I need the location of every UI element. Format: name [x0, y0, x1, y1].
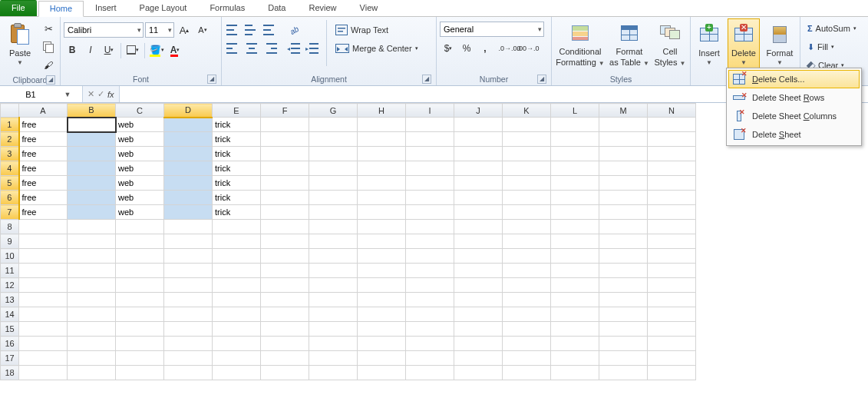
- cell-F13[interactable]: [261, 293, 309, 307]
- cell-B8[interactable]: [68, 220, 116, 234]
- cell-H1[interactable]: [358, 118, 406, 132]
- fill-color-button[interactable]: 🪣▾: [148, 41, 165, 58]
- cell-A8[interactable]: [19, 220, 68, 234]
- cell-L1[interactable]: [551, 118, 599, 132]
- cell-J9[interactable]: [454, 234, 503, 249]
- cell-F10[interactable]: [261, 249, 309, 264]
- dialog-launcher-font[interactable]: ◢: [207, 75, 216, 84]
- cell-G6[interactable]: [309, 191, 358, 205]
- cell-J6[interactable]: [454, 191, 503, 205]
- cell-G1[interactable]: [309, 118, 358, 132]
- cell-I8[interactable]: [406, 220, 454, 234]
- cell-D11[interactable]: [164, 264, 213, 278]
- cell-A7[interactable]: free: [19, 205, 68, 220]
- cell-K11[interactable]: [503, 264, 551, 278]
- cell-H7[interactable]: [358, 205, 406, 220]
- row-header-11[interactable]: 11: [1, 264, 19, 278]
- cell-A13[interactable]: [19, 293, 68, 307]
- cell-L12[interactable]: [551, 278, 599, 293]
- copy-button[interactable]: [40, 38, 57, 55]
- row-header-4[interactable]: 4: [1, 161, 19, 176]
- cell-N7[interactable]: [648, 205, 696, 220]
- cell-I16[interactable]: [406, 337, 454, 351]
- cell-E4[interactable]: trick: [213, 161, 261, 176]
- increase-decimal-button[interactable]: .0→.00: [501, 40, 518, 57]
- cell-D13[interactable]: [164, 293, 213, 307]
- decrease-indent-button[interactable]: [286, 40, 303, 57]
- align-left-button[interactable]: [225, 40, 242, 57]
- cell-J4[interactable]: [454, 161, 503, 176]
- row-header-14[interactable]: 14: [1, 307, 19, 322]
- cell-D1[interactable]: [164, 118, 213, 132]
- border-button[interactable]: ▾: [124, 41, 141, 58]
- cell-L13[interactable]: [551, 293, 599, 307]
- chevron-down-icon[interactable]: ▼: [61, 91, 74, 98]
- cell-A16[interactable]: [19, 337, 68, 351]
- cell-N8[interactable]: [648, 220, 696, 234]
- cell-N11[interactable]: [648, 264, 696, 278]
- cell-H3[interactable]: [358, 147, 406, 161]
- cell-H2[interactable]: [358, 132, 406, 147]
- cell-A12[interactable]: [19, 278, 68, 293]
- cell-M3[interactable]: [599, 147, 648, 161]
- cell-E5[interactable]: trick: [213, 176, 261, 191]
- cell-F8[interactable]: [261, 220, 309, 234]
- cell-I1[interactable]: [406, 118, 454, 132]
- cell-B13[interactable]: [68, 293, 116, 307]
- cell-G10[interactable]: [309, 249, 358, 264]
- tab-formulas[interactable]: Formulas: [198, 0, 256, 16]
- cell-J14[interactable]: [454, 307, 503, 322]
- cell-F5[interactable]: [261, 176, 309, 191]
- cell-G12[interactable]: [309, 278, 358, 293]
- cell-J2[interactable]: [454, 132, 503, 147]
- cell-B4[interactable]: [68, 161, 116, 176]
- cell-F3[interactable]: [261, 147, 309, 161]
- cell-A14[interactable]: [19, 307, 68, 322]
- cell-E6[interactable]: trick: [213, 191, 261, 205]
- cell-A6[interactable]: free: [19, 191, 68, 205]
- tab-data[interactable]: Data: [256, 0, 297, 16]
- row-header-7[interactable]: 7: [1, 205, 19, 220]
- cell-F16[interactable]: [261, 337, 309, 351]
- tab-page-layout[interactable]: Page Layout: [128, 0, 199, 16]
- cell-G5[interactable]: [309, 176, 358, 191]
- underline-button[interactable]: U▾: [101, 41, 117, 58]
- cell-B7[interactable]: [68, 205, 116, 220]
- cell-C3[interactable]: web: [116, 147, 164, 161]
- cell-E14[interactable]: [213, 307, 261, 322]
- cell-B6[interactable]: [68, 191, 116, 205]
- row-header-1[interactable]: 1: [1, 118, 19, 132]
- cell-D18[interactable]: [164, 366, 213, 380]
- menu-delete-sheet-rows[interactable]: Delete Sheet Rows: [728, 88, 860, 107]
- cell-K9[interactable]: [503, 234, 551, 249]
- name-box[interactable]: ▼: [0, 86, 83, 102]
- cell-N5[interactable]: [648, 176, 696, 191]
- cell-A5[interactable]: free: [19, 176, 68, 191]
- cell-F4[interactable]: [261, 161, 309, 176]
- column-header-N[interactable]: N: [648, 104, 696, 118]
- cell-E18[interactable]: [213, 366, 261, 380]
- cell-styles-button[interactable]: Cell Styles ▼: [653, 18, 687, 69]
- cell-J3[interactable]: [454, 147, 503, 161]
- cell-K12[interactable]: [503, 278, 551, 293]
- cell-G3[interactable]: [309, 147, 358, 161]
- cell-K3[interactable]: [503, 147, 551, 161]
- cell-N1[interactable]: [648, 118, 696, 132]
- cell-E2[interactable]: trick: [213, 132, 261, 147]
- cell-I5[interactable]: [406, 176, 454, 191]
- cell-A18[interactable]: [19, 366, 68, 380]
- cell-D3[interactable]: [164, 147, 213, 161]
- cell-L3[interactable]: [551, 147, 599, 161]
- paste-button[interactable]: Paste ▼: [3, 18, 37, 69]
- cell-C9[interactable]: [116, 234, 164, 249]
- cell-F2[interactable]: [261, 132, 309, 147]
- row-header-6[interactable]: 6: [1, 191, 19, 205]
- cell-L15[interactable]: [551, 322, 599, 337]
- cell-F18[interactable]: [261, 366, 309, 380]
- cell-L9[interactable]: [551, 234, 599, 249]
- cell-E13[interactable]: [213, 293, 261, 307]
- cell-N13[interactable]: [648, 293, 696, 307]
- cell-L2[interactable]: [551, 132, 599, 147]
- cell-F12[interactable]: [261, 278, 309, 293]
- cell-A1[interactable]: free: [19, 118, 68, 132]
